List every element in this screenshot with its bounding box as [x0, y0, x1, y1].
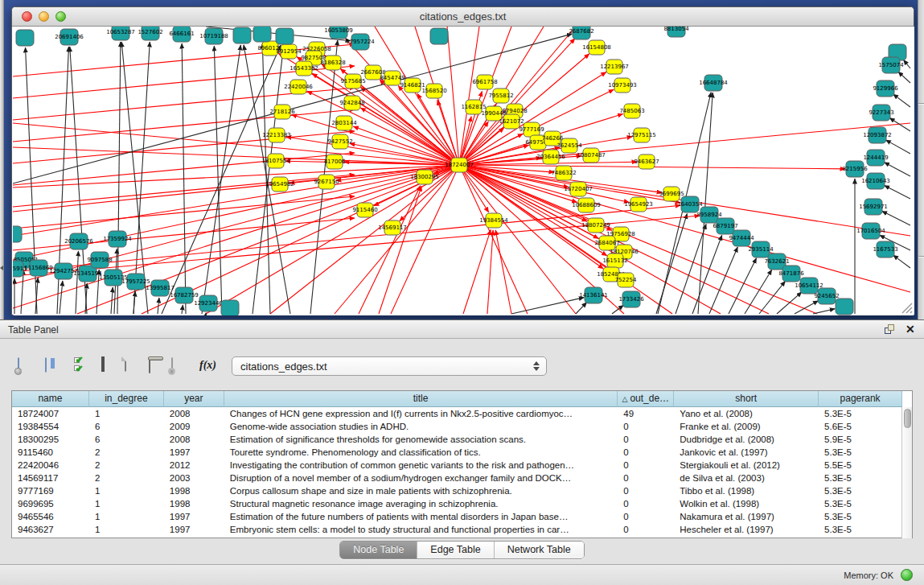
graph-edge[interactable] — [893, 255, 910, 268]
graph-ray[interactable] — [13, 147, 459, 165]
column-header-year[interactable]: year — [164, 391, 224, 407]
table-cell: 18724007 — [12, 407, 89, 420]
graph-ray[interactable] — [13, 123, 459, 165]
row-height-icon[interactable] — [101, 357, 105, 372]
graph-node[interactable] — [13, 226, 22, 242]
network-window-titlebar[interactable]: citations_edges.txt — [12, 7, 914, 27]
graph-edge[interactable] — [374, 165, 459, 206]
network-canvas[interactable]: 1872400718300295896012889129542522605898… — [13, 27, 914, 315]
show-columns-icon[interactable] — [45, 358, 47, 373]
graph-node[interactable] — [276, 28, 294, 44]
graph-node[interactable] — [253, 27, 271, 42]
table-row[interactable]: 911546021997Tourette syndrome. Phenomeno… — [12, 446, 902, 459]
graph-edge[interactable] — [463, 229, 491, 314]
graph-edge[interactable] — [13, 109, 355, 142]
graph-edge[interactable] — [133, 42, 150, 314]
table-row[interactable]: 946554611997Estimation of the future num… — [12, 510, 902, 523]
graph-edge[interactable] — [882, 211, 910, 225]
table-row[interactable]: 2242004622012Investigating the contribut… — [12, 459, 902, 472]
function-icon[interactable]: f(x) — [199, 359, 216, 372]
table-cell: 1 — [89, 510, 164, 523]
resize-grip[interactable] — [902, 303, 912, 313]
graph-edge[interactable] — [360, 108, 459, 165]
graph-node-label: 8912954 — [276, 48, 302, 55]
table-row[interactable]: 977716911998Corpus callosum shape and si… — [12, 484, 902, 497]
graph-ray[interactable] — [447, 27, 459, 165]
table-cell: 0 — [618, 446, 674, 459]
graph-node-label: 20206576 — [64, 238, 93, 245]
cytoscape-screen: citations_edges.txt 18724007183002958960… — [0, 0, 924, 585]
graph-edge[interactable] — [495, 230, 511, 314]
table-row[interactable]: 1456911722003Disruption of a novel membe… — [12, 472, 902, 484]
graph-edge[interactable] — [360, 87, 459, 165]
column-header-out_de[interactable]: △out_de… — [618, 391, 674, 407]
table-selector-value: citations_edges.txt — [240, 360, 327, 373]
graph-node[interactable] — [430, 28, 448, 44]
table-settings-icon[interactable] — [18, 358, 19, 373]
column-header-pagerank[interactable]: pagerank — [819, 391, 902, 407]
graph-edge[interactable] — [885, 163, 910, 176]
graph-edge[interactable] — [903, 60, 910, 68]
column-header-in_degree[interactable]: in_degree — [89, 391, 164, 407]
new-document-icon[interactable] — [125, 357, 126, 372]
graph-edge[interactable] — [885, 140, 910, 154]
table-cell: 1 — [89, 523, 164, 536]
tab-edge-table[interactable]: Edge Table — [417, 542, 494, 558]
table-row[interactable]: 1830029562008Estimation of significance … — [12, 433, 902, 446]
graph-node[interactable] — [221, 300, 239, 315]
table-cell: Dudbridge et al. (2008) — [674, 433, 819, 446]
graph-edge[interactable] — [487, 230, 493, 314]
scrollbar-thumb[interactable] — [904, 409, 911, 428]
graph-node-label: 9175685 — [340, 78, 365, 84]
graph-edge[interactable] — [885, 185, 910, 199]
column-header-name[interactable]: name — [12, 391, 89, 407]
graph-edge[interactable] — [898, 72, 910, 83]
tab-network-table[interactable]: Network Table — [495, 542, 584, 558]
memory-status-indicator[interactable] — [901, 569, 913, 581]
graph-node-label: 10688609 — [572, 202, 601, 208]
column-header-title[interactable]: title — [224, 391, 618, 407]
graph-edge[interactable] — [76, 251, 78, 314]
graph-edge[interactable] — [379, 186, 421, 314]
results-panel-splitter[interactable] — [918, 0, 924, 319]
delete-table-icon[interactable] — [149, 359, 150, 373]
graph-edge[interactable] — [893, 94, 910, 107]
graph-edge[interactable] — [511, 298, 584, 314]
graph-edge[interactable] — [121, 42, 148, 314]
table-tab-bar: Node TableEdge TableNetwork Table — [0, 541, 924, 559]
table-row[interactable]: 946362711997Embryonic stem cells: a mode… — [12, 523, 902, 536]
tab-node-table[interactable]: Node Table — [340, 542, 417, 558]
table-vertical-scrollbar[interactable] — [901, 407, 912, 538]
graph-edge[interactable] — [813, 309, 835, 314]
graph-node-label: 9115460 — [352, 207, 377, 213]
graph-ray[interactable] — [13, 165, 459, 187]
graph-edge[interactable] — [656, 213, 687, 314]
graph-edge[interactable] — [795, 301, 818, 314]
float-window-icon[interactable] — [885, 324, 896, 336]
graph-edge[interactable] — [612, 305, 623, 314]
graph-edge[interactable] — [60, 281, 63, 314]
graph-edge[interactable] — [745, 270, 772, 314]
table-selector-dropdown[interactable]: citations_edges.txt — [232, 356, 547, 376]
graph-node[interactable] — [233, 27, 251, 43]
network-window[interactable]: citations_edges.txt 18724007183002958960… — [11, 6, 914, 315]
graph-node-label: 7632621 — [764, 258, 789, 265]
graph-edge[interactable] — [692, 235, 722, 314]
graph-node-label: 1621072 — [499, 118, 524, 125]
table-row[interactable]: 1938455462009Genome-wide association stu… — [12, 420, 902, 433]
table-cell: 0 — [618, 484, 674, 497]
table-row[interactable]: 969969511998Structural magnetic resonanc… — [12, 497, 902, 510]
graph-edge[interactable] — [13, 218, 355, 250]
graph-edge[interactable] — [777, 292, 802, 314]
graph-node[interactable] — [16, 30, 34, 46]
graph-edge[interactable] — [576, 303, 587, 314]
graph-edge[interactable] — [182, 305, 183, 314]
graph-node[interactable] — [836, 299, 853, 315]
close-panel-icon[interactable]: ✕ — [906, 323, 915, 336]
table-row[interactable]: 1872400712008Changes of HCN gene express… — [12, 407, 902, 420]
table-cell: de Silva et al. (2003) — [674, 472, 819, 484]
column-header-short[interactable]: short — [674, 391, 819, 407]
graph-node-label: 18300295 — [410, 174, 439, 180]
control-panel-splitter[interactable] — [0, 0, 4, 319]
graph-edge[interactable] — [759, 281, 786, 314]
